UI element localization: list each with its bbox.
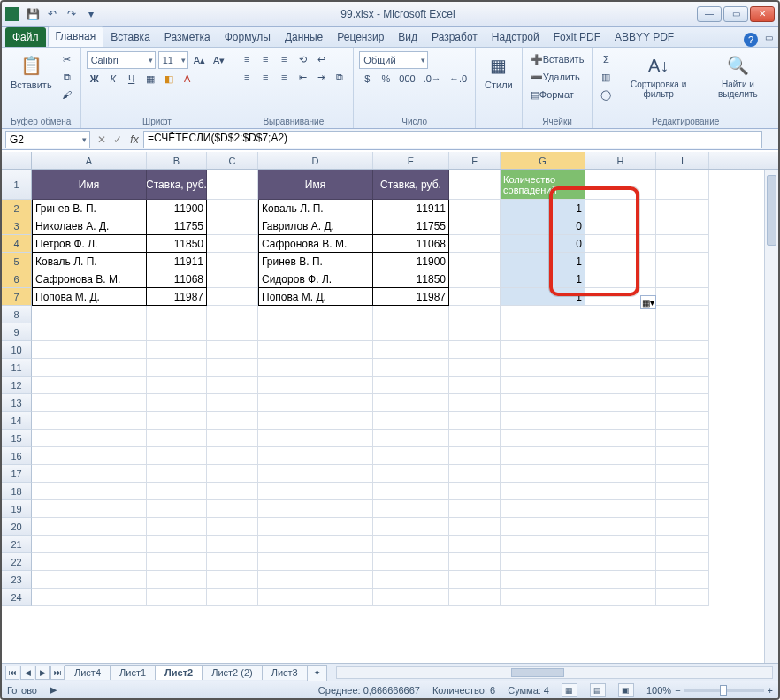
cell[interactable] bbox=[373, 306, 449, 323]
cell[interactable]: 11987 bbox=[373, 288, 449, 306]
cell[interactable] bbox=[207, 288, 258, 306]
cell[interactable] bbox=[32, 377, 147, 394]
align-mid-icon[interactable]: ≡ bbox=[257, 51, 273, 67]
cell[interactable] bbox=[258, 589, 373, 606]
merge-icon[interactable]: ⧉ bbox=[332, 69, 348, 85]
cell[interactable] bbox=[147, 553, 207, 571]
percent-icon[interactable]: % bbox=[378, 71, 394, 87]
cell[interactable] bbox=[656, 465, 709, 483]
cell[interactable] bbox=[32, 500, 147, 518]
cell[interactable] bbox=[373, 553, 449, 571]
row-head[interactable]: 21 bbox=[2, 536, 32, 553]
cell[interactable] bbox=[656, 200, 709, 217]
cell[interactable] bbox=[585, 500, 656, 518]
redo-icon[interactable]: ↷ bbox=[64, 6, 80, 22]
cell[interactable]: 11068 bbox=[147, 270, 207, 288]
row-head[interactable]: 15 bbox=[2, 430, 32, 447]
cell[interactable] bbox=[147, 412, 207, 430]
align-center-icon[interactable]: ≡ bbox=[257, 69, 273, 85]
zoom-in-icon[interactable]: + bbox=[768, 685, 773, 696]
row-head[interactable]: 18 bbox=[2, 483, 32, 500]
cell[interactable] bbox=[207, 306, 258, 323]
cell[interactable] bbox=[585, 571, 656, 589]
cell[interactable] bbox=[258, 518, 373, 536]
horizontal-scrollbar[interactable] bbox=[336, 666, 773, 679]
cell[interactable] bbox=[501, 553, 585, 571]
cell[interactable]: Ставка, руб. bbox=[373, 170, 449, 200]
delete-cells-button[interactable]: ➖ Удалить bbox=[528, 69, 583, 85]
cell[interactable]: Петров Ф. Л. bbox=[32, 235, 147, 253]
cell[interactable]: Сафронова В. М. bbox=[258, 235, 373, 253]
cell[interactable]: Ставка, руб. bbox=[147, 170, 207, 200]
cell[interactable]: Сидоров Ф. Л. bbox=[258, 270, 373, 288]
cell[interactable] bbox=[207, 270, 258, 288]
cell[interactable] bbox=[449, 412, 501, 430]
clear-icon[interactable]: ◯ bbox=[598, 87, 614, 103]
currency-icon[interactable]: $ bbox=[359, 71, 375, 87]
cell[interactable] bbox=[449, 465, 501, 483]
cell[interactable] bbox=[32, 341, 147, 359]
sheet-nav-prev-icon[interactable]: ◀ bbox=[20, 666, 34, 680]
sheet-tab[interactable]: Лист1 bbox=[110, 665, 156, 680]
cell[interactable] bbox=[656, 412, 709, 430]
view-layout-icon[interactable]: ▤ bbox=[590, 683, 606, 697]
cell[interactable] bbox=[373, 465, 449, 483]
row-head[interactable]: 5 bbox=[2, 253, 32, 270]
cell[interactable] bbox=[501, 430, 585, 447]
undo-icon[interactable]: ↶ bbox=[44, 6, 60, 22]
cell[interactable] bbox=[585, 323, 656, 341]
cell[interactable] bbox=[501, 500, 585, 518]
indent-inc-icon[interactable]: ⇥ bbox=[313, 69, 329, 85]
row-head[interactable]: 19 bbox=[2, 500, 32, 518]
cell[interactable] bbox=[656, 253, 709, 270]
cell[interactable] bbox=[373, 323, 449, 341]
cell[interactable] bbox=[449, 483, 501, 500]
cell[interactable] bbox=[258, 553, 373, 571]
inc-decimal-icon[interactable]: .0→ bbox=[421, 71, 444, 87]
cell[interactable] bbox=[207, 553, 258, 571]
row-head[interactable]: 10 bbox=[2, 341, 32, 359]
cell[interactable] bbox=[258, 341, 373, 359]
cell[interactable] bbox=[501, 483, 585, 500]
cell[interactable] bbox=[258, 306, 373, 323]
number-format-combo[interactable]: Общий bbox=[359, 51, 428, 69]
cell[interactable] bbox=[258, 483, 373, 500]
cell[interactable] bbox=[373, 536, 449, 553]
sheet-tab[interactable]: Лист2 bbox=[155, 665, 203, 680]
cell[interactable] bbox=[147, 483, 207, 500]
formula-input[interactable]: =СЧЁТЕСЛИ($D$2:$D$7;A2) bbox=[143, 131, 762, 148]
cell[interactable] bbox=[449, 270, 501, 288]
cell[interactable] bbox=[501, 341, 585, 359]
sort-filter-button[interactable]: А↓ Сортировка и фильтр bbox=[617, 51, 699, 101]
cell[interactable] bbox=[449, 377, 501, 394]
cell[interactable] bbox=[258, 447, 373, 465]
sheet-tab[interactable]: Лист2 (2) bbox=[202, 665, 263, 680]
qat-more-icon[interactable]: ▾ bbox=[83, 6, 99, 22]
cell[interactable] bbox=[585, 341, 656, 359]
col-head-A[interactable]: A bbox=[32, 152, 147, 169]
tab-home[interactable]: Главная bbox=[48, 26, 104, 47]
format-painter-icon[interactable]: 🖌 bbox=[59, 87, 75, 103]
select-all-corner[interactable] bbox=[2, 152, 32, 169]
col-head-F[interactable]: F bbox=[449, 152, 501, 169]
cell[interactable] bbox=[207, 447, 258, 465]
cell[interactable]: 11850 bbox=[147, 235, 207, 253]
view-normal-icon[interactable]: ▦ bbox=[562, 683, 577, 697]
sheet-nav-last-icon[interactable]: ⏭ bbox=[50, 666, 65, 680]
cell[interactable] bbox=[207, 341, 258, 359]
align-top-icon[interactable]: ≡ bbox=[239, 51, 255, 67]
row-head[interactable]: 9 bbox=[2, 323, 32, 341]
autosum-icon[interactable]: Σ bbox=[598, 51, 614, 67]
cell[interactable] bbox=[207, 200, 258, 217]
row-head[interactable]: 16 bbox=[2, 447, 32, 465]
cell[interactable]: Гринев В. П. bbox=[32, 200, 147, 217]
cell[interactable] bbox=[258, 536, 373, 553]
cell[interactable] bbox=[207, 589, 258, 606]
bold-button[interactable]: Ж bbox=[87, 71, 103, 87]
cell[interactable] bbox=[373, 412, 449, 430]
cell[interactable] bbox=[501, 359, 585, 377]
cell[interactable] bbox=[585, 553, 656, 571]
cell[interactable] bbox=[585, 359, 656, 377]
cell[interactable] bbox=[373, 359, 449, 377]
cell[interactable] bbox=[656, 500, 709, 518]
